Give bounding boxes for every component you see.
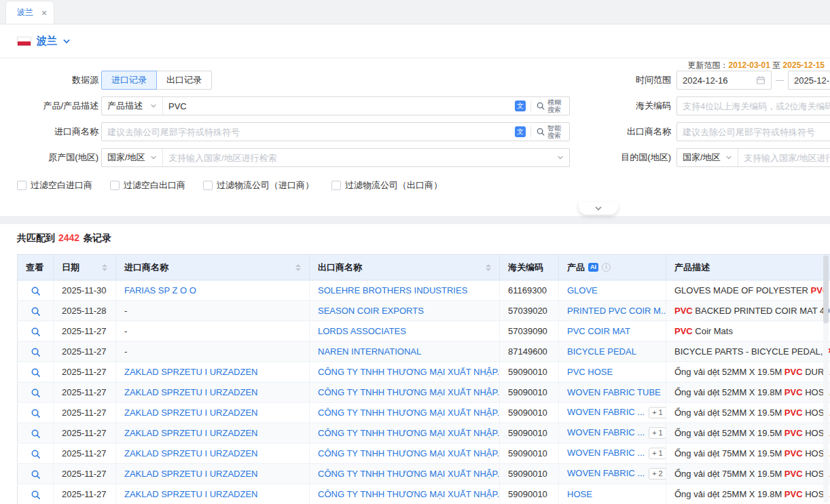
tab-close-icon[interactable]: ×: [41, 8, 47, 18]
view-detail-button[interactable]: [31, 469, 41, 480]
view-detail-button[interactable]: [31, 327, 41, 337]
importer-link[interactable]: ZAKLAD SPRZETU I URZADZEN: [124, 469, 257, 479]
extra-count-badge[interactable]: + 1: [649, 448, 666, 459]
exporter-link[interactable]: CÔNG TY TNHH THƯƠNG MẠI XUẤT NHẬP...: [318, 387, 500, 397]
collapse-search-button[interactable]: [579, 202, 618, 215]
importer-search-input[interactable]: [102, 123, 509, 141]
origin-mode-select[interactable]: 国家/地区: [102, 149, 163, 166]
info-icon[interactable]: i: [602, 263, 611, 272]
exporter-link[interactable]: SOLEHRE BROTHERS INDUSTRIES: [318, 285, 467, 295]
product-link[interactable]: HOSE: [567, 489, 592, 499]
product-link[interactable]: WOVEN FABRIC ...: [567, 407, 645, 417]
destination-country-input[interactable]: [738, 149, 830, 166]
importer-link[interactable]: FARIAS SP Z O O: [124, 285, 196, 295]
view-detail-button[interactable]: [31, 429, 41, 439]
hs-code-value: 59090010: [508, 387, 547, 397]
importer-link[interactable]: ZAKLAD SPRZETU I URZADZEN: [124, 448, 257, 458]
importer-link[interactable]: ZAKLAD SPRZETU I URZADZEN: [124, 387, 257, 397]
importer-link[interactable]: -: [124, 306, 127, 316]
tab-import-records[interactable]: 进口记录: [101, 71, 157, 90]
update-range-start: 2012-03-01: [729, 60, 770, 70]
product-link[interactable]: WOVEN FABRIC ...: [567, 448, 645, 458]
product-link[interactable]: GLOVE: [567, 285, 598, 295]
col-exporter[interactable]: 出口商名称: [310, 255, 500, 281]
exporter-link[interactable]: CÔNG TY TNHH THƯƠNG MẠI XUẤT NHẬP...: [318, 428, 500, 438]
view-detail-button[interactable]: [31, 367, 41, 378]
product-type-select[interactable]: 产品描述: [102, 97, 163, 115]
product-description: Ống vải dệt 52MM X 19.5M PVC HOS...: [674, 408, 830, 418]
exporter-link[interactable]: CÔNG TY TNHH THƯƠNG MẠI XUẤT NHẬP...: [318, 489, 500, 499]
col-date[interactable]: 日期: [54, 255, 116, 281]
sort-icon[interactable]: [102, 264, 107, 271]
importer-link[interactable]: ZAKLAD SPRZETU I URZADZEN: [124, 489, 257, 499]
col-importer[interactable]: 进口商名称: [116, 255, 310, 281]
exporter-link[interactable]: SEASON COIR EXPORTS: [318, 306, 424, 316]
origin-country-label: 原产国(地区): [17, 151, 98, 164]
browser-tabbar: 波兰 ×: [0, 0, 830, 24]
view-detail-button[interactable]: [31, 388, 41, 398]
filter-logistics-importer[interactable]: 过滤物流公司（进口商）: [203, 179, 314, 192]
importer-link[interactable]: ZAKLAD SPRZETU I URZADZEN: [124, 408, 257, 418]
checkbox-icon[interactable]: [110, 181, 120, 190]
hs-code-input[interactable]: [677, 97, 830, 115]
checkbox-icon[interactable]: [331, 181, 341, 190]
vertical-scrollbar[interactable]: [823, 255, 829, 503]
exporter-label: 出口商名称: [617, 126, 671, 138]
date-start-input[interactable]: [683, 75, 756, 86]
product-link[interactable]: PVC COIR MAT: [567, 326, 630, 336]
sort-icon[interactable]: [486, 264, 491, 271]
product-link[interactable]: PVC HOSE: [567, 367, 613, 377]
product-link[interactable]: PRINTED PVC COIR M...: [567, 306, 666, 316]
fuzzy-search-button[interactable]: 模糊搜索: [536, 98, 564, 113]
checkbox-icon[interactable]: [203, 181, 213, 190]
scrollbar-thumb[interactable]: [823, 255, 829, 323]
product-link[interactable]: BICYCLE PEDAL: [567, 346, 636, 357]
row-date: 2025-11-27: [62, 448, 107, 458]
origin-country-input[interactable]: [163, 149, 557, 166]
view-detail-button[interactable]: [31, 408, 41, 418]
product-description: Ống vải dệt 52MM X 19.8M PVC HOS...: [674, 387, 830, 397]
tab-poland[interactable]: 波兰 ×: [5, 1, 54, 24]
exporter-link[interactable]: CÔNG TY TNHH THƯƠNG MẠI XUẤT NHẬP...: [318, 469, 500, 479]
exporter-link[interactable]: CÔNG TY TNHH THƯƠNG MẠI XUẤT NHẬP...: [318, 448, 500, 458]
translate-icon[interactable]: 文: [515, 101, 526, 111]
product-link[interactable]: WOVEN FABRIC TUBE: [567, 387, 661, 397]
date-end-box[interactable]: [788, 71, 830, 90]
date-end-input[interactable]: [794, 75, 830, 86]
product-search-input[interactable]: [163, 97, 509, 115]
destination-mode-select[interactable]: 国家/地区: [677, 149, 738, 166]
checkbox-icon[interactable]: [17, 181, 26, 190]
product-link[interactable]: WOVEN FABRIC ...: [567, 468, 645, 478]
view-detail-button[interactable]: [31, 490, 41, 500]
product-link[interactable]: WOVEN FABRIC ...: [567, 427, 645, 437]
smart-search-button[interactable]: 智能搜索: [536, 124, 564, 139]
view-detail-button[interactable]: [31, 286, 41, 296]
chevron-down-icon: [594, 204, 602, 213]
importer-link[interactable]: ZAKLAD SPRZETU I URZADZEN: [124, 428, 257, 438]
extra-count-badge[interactable]: + 1: [649, 427, 666, 439]
exporter-link[interactable]: LORDS ASSOCIATES: [318, 326, 406, 336]
filter-logistics-exporter[interactable]: 过滤物流公司（出口商）: [331, 179, 442, 192]
importer-link[interactable]: ZAKLAD SPRZETU I URZADZEN: [124, 367, 257, 377]
tab-export-records[interactable]: 出口记录: [156, 71, 212, 90]
view-detail-button[interactable]: [31, 347, 41, 357]
extra-count-badge[interactable]: + 2: [649, 468, 666, 480]
view-detail-button[interactable]: [31, 449, 41, 459]
filter-blank-importer[interactable]: 过滤空白进口商: [17, 179, 92, 192]
data-source-row: 数据源 进口记录 出口记录: [17, 71, 212, 90]
chevron-down-icon[interactable]: [557, 154, 564, 161]
filter-blank-exporter[interactable]: 过滤空白出口商: [110, 179, 185, 192]
exporter-link[interactable]: NAREN INTERNATIONAL: [318, 346, 421, 357]
importer-link[interactable]: -: [124, 326, 127, 336]
extra-count-badge[interactable]: + 1: [649, 407, 666, 418]
exporter-link[interactable]: CÔNG TY TNHH THƯƠNG MẠI XUẤT NHẬP...: [318, 367, 500, 377]
date-start-box[interactable]: [676, 71, 772, 90]
importer-link[interactable]: -: [124, 346, 127, 357]
chevron-down-icon[interactable]: [62, 37, 71, 46]
sort-icon[interactable]: [295, 264, 301, 271]
exporter-link[interactable]: CÔNG TY TNHH THƯƠNG MẠI XUẤT NHẬP...: [318, 408, 500, 418]
translate-icon[interactable]: 文: [515, 126, 526, 137]
country-title[interactable]: 波兰: [37, 35, 57, 48]
view-detail-button[interactable]: [31, 306, 41, 317]
exporter-search-input[interactable]: [677, 123, 830, 141]
